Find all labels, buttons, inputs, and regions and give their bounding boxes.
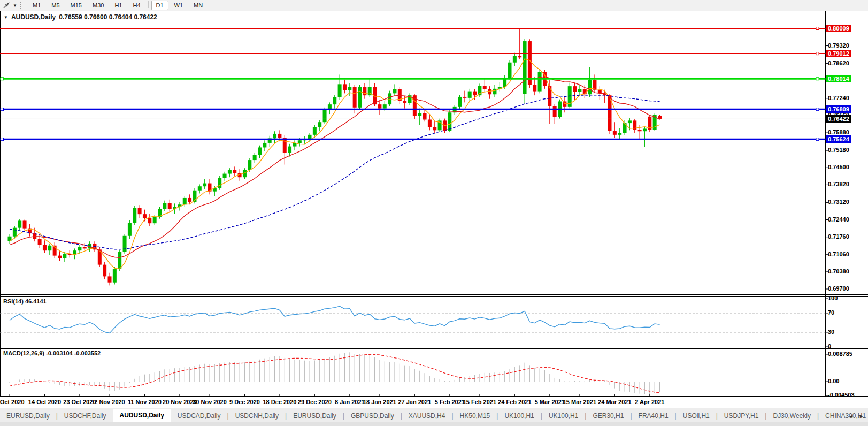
chart-tab-ger30-h1[interactable]: GER30,H1 [586, 410, 630, 422]
price-axis-tick[interactable]: 0.74500 [828, 164, 849, 170]
timeframe-button-m30[interactable]: M30 [88, 1, 109, 10]
price-axis-tick[interactable]: 0.73820 [828, 181, 849, 187]
chart-stack: ▼ AUDUSD,Daily 0.76559 0.76600 0.76404 0… [0, 11, 868, 397]
collapse-triangle-icon[interactable]: ▼ [4, 15, 8, 20]
hline-price-tag[interactable]: 0.76809 [826, 105, 851, 113]
timeframe-button-m15[interactable]: M15 [66, 1, 87, 10]
price-axis-tick[interactable]: 0.69700 [828, 285, 849, 292]
chart-tab-usdcnh-daily[interactable]: USDCNH,Daily [229, 410, 285, 422]
hline-price-tag[interactable]: 0.78014 [826, 75, 851, 82]
chart-title: ▼ AUDUSD,Daily 0.76559 0.76600 0.76404 0… [4, 13, 157, 21]
price-axis-tick[interactable]: 0.70380 [828, 268, 849, 275]
tab-scroll-arrows[interactable]: ◄ ► [849, 414, 866, 419]
price-axis-tick[interactable]: 0.78620 [828, 60, 849, 66]
chart-tab-uk100-h1[interactable]: UK100,H1 [498, 410, 540, 422]
chart-tab-hk50-m15[interactable]: HK50,M15 [454, 410, 497, 422]
rsi-indicator-label: RSI(14) 46.4141 [3, 298, 47, 305]
cursor-dropdown-arrow-icon[interactable]: ▼ [12, 3, 18, 8]
chart-cursor-icon[interactable] [0, 1, 12, 10]
macd-axis-tick[interactable]: -0.004503 [828, 392, 855, 398]
chart-tab-eurusd-daily[interactable]: EURUSD,Daily [287, 410, 343, 422]
rsi-axis-tick[interactable]: 100 [828, 295, 838, 301]
price-axis-tick[interactable]: 0.71760 [828, 233, 849, 240]
rsi-axis-tick[interactable]: 70 [828, 309, 834, 316]
chart-tab-usdchf-daily[interactable]: USDCHF,Daily [58, 410, 113, 422]
timeframe-toolbar: ▼ M1M5M15M30H1H4D1W1MN [0, 0, 868, 11]
chart-symbol-period: AUDUSD,Daily [11, 13, 56, 21]
chart-tab-dj30-weekly[interactable]: DJ30,Weekly [766, 410, 817, 422]
price-axis-tick[interactable]: 0.71060 [828, 251, 849, 257]
price-axis-tick[interactable]: 0.75180 [828, 147, 849, 153]
price-axis-tick[interactable]: 0.73120 [828, 199, 849, 205]
timeframe-button-mn[interactable]: MN [189, 1, 208, 10]
price-axis-tick[interactable]: 0.75880 [828, 129, 849, 135]
timeframe-button-h4[interactable]: H4 [128, 1, 145, 10]
trading-platform-window: ▼ M1M5M15M30H1H4D1W1MN ▼ AUDUSD,Daily 0.… [0, 0, 868, 426]
price-axis-tick[interactable]: 0.77240 [828, 95, 849, 101]
timeframe-button-d1[interactable]: D1 [151, 1, 168, 10]
timeframe-buttons: M1M5M15M30H1H4D1W1MN [27, 1, 208, 10]
chart-tab-audusd-daily[interactable]: AUDUSD,Daily [113, 409, 171, 422]
hline-price-tag[interactable]: 0.79012 [826, 50, 851, 57]
chart-ohlc-quote: 0.76559 0.76600 0.76404 0.76422 [59, 13, 157, 21]
chart-tab-usoil-h1[interactable]: USOil,H1 [677, 410, 716, 422]
macd-indicator-label: MACD(12,26,9) -0.003104 -0.003552 [3, 350, 101, 356]
price-axis-tick[interactable]: 0.72440 [828, 216, 849, 223]
rsi-axis-tick[interactable]: 30 [828, 329, 834, 335]
price-axis-tick[interactable]: 0.79320 [828, 42, 849, 49]
current-price-tag[interactable]: 0.76422 [826, 115, 851, 123]
timeframe-button-m1[interactable]: M1 [28, 1, 45, 10]
date-axis-label: 2 Apr 2021 [626, 399, 674, 405]
chart-tab-gbpusd-daily[interactable]: GBPUSD,Daily [344, 410, 401, 422]
timeframe-button-h1[interactable]: H1 [110, 1, 127, 10]
toolbar-separator [148, 1, 149, 8]
timeframe-button-w1[interactable]: W1 [170, 1, 188, 10]
symbol-tab-bar: EURUSD,Daily|USDCHF,DailyAUDUSD,DailyUSD… [0, 408, 868, 422]
chart-tab-fra40-h1[interactable]: FRA40,H1 [632, 410, 675, 422]
chart-tab-usdjpy-h1[interactable]: USDJPY,H1 [718, 410, 765, 422]
window-bottom-strip [0, 422, 868, 426]
macd-axis-tick[interactable]: 0.008785 [828, 351, 852, 357]
chart-tab-uk100-h1[interactable]: UK100,H1 [542, 410, 585, 422]
tabs-holder: EURUSD,Daily|USDCHF,DailyAUDUSD,DailyUSD… [0, 409, 868, 422]
hline-price-tag[interactable]: 0.75624 [826, 135, 851, 143]
macd-axis-tick[interactable]: 0.00 [828, 378, 839, 384]
date-axis: 5 Oct 202014 Oct 202023 Oct 20202 Nov 20… [0, 397, 868, 408]
chart-tab-xauusd-h4[interactable]: XAUUSD,H4 [402, 410, 452, 422]
hline-price-tag[interactable]: 0.80009 [826, 25, 851, 32]
timeframe-button-m5[interactable]: M5 [47, 1, 64, 10]
main-chart-canvas[interactable] [0, 11, 868, 397]
toolbar-gripper [20, 2, 25, 9]
crosshair-pointer-icon [3, 2, 10, 9]
chart-tab-eurusd-daily[interactable]: EURUSD,Daily [0, 410, 56, 422]
chart-tab-usdcad-daily[interactable]: USDCAD,Daily [171, 410, 227, 422]
rsi-axis-tick[interactable]: 0 [828, 343, 831, 349]
